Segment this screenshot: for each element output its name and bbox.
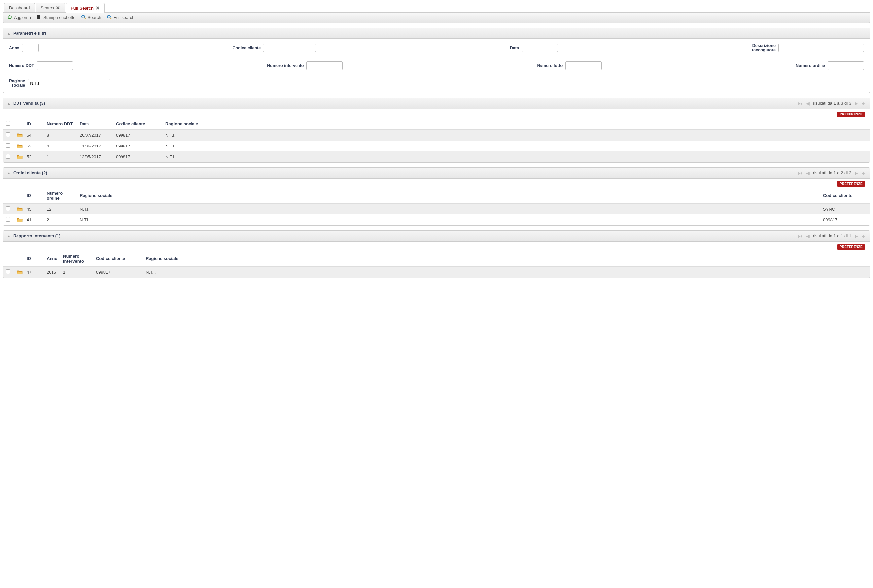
table-row[interactable]: 4512N.T.I.SYNC [3,203,870,214]
col-data[interactable]: Data [77,118,113,130]
ragione-sociale-input[interactable] [28,79,110,87]
row-checkbox[interactable] [6,206,10,211]
tab-full-search[interactable]: Full Search✕ [66,3,105,12]
label: Numero intervento [267,63,304,68]
col-id[interactable]: ID [24,118,44,130]
folder-icon[interactable] [17,207,21,211]
chevron-up-icon: ▲ [7,101,11,105]
table-row[interactable]: 52113/05/2017099817N.T.I. [3,152,870,162]
prev-page-icon[interactable]: ◀ [806,170,810,176]
folder-icon[interactable] [17,154,21,159]
numero-intervento-input[interactable] [307,62,343,70]
cell: 13/05/2017 [77,152,113,162]
last-page-icon[interactable]: ⏭ [861,233,866,238]
folder-icon[interactable] [17,218,21,222]
panel-title[interactable]: ▲DDT Vendita (3) [7,100,45,106]
folder-icon[interactable] [17,144,21,148]
descr-raccoglitore-input[interactable] [778,44,864,52]
folder-icon[interactable] [17,133,21,137]
cell: 2 [44,214,77,225]
codice-cliente-input[interactable] [263,44,316,52]
col-numero-ordine[interactable]: Numero ordine [44,188,77,204]
close-icon[interactable]: ✕ [56,5,60,10]
col-codice-cliente[interactable]: Codice cliente [113,118,163,130]
col-id[interactable]: ID [24,251,44,267]
first-page-icon[interactable]: ⏮ [798,233,803,238]
folder-icon[interactable] [17,270,21,274]
refresh-button[interactable]: Aggiorna [7,15,31,21]
table-row[interactable]: 4720161099817N.T.I. [3,266,870,278]
col-ragione-sociale[interactable]: Ragione sociale [77,188,820,204]
next-page-icon[interactable]: ▶ [855,170,858,176]
field-numero-ddt: Numero DDT [9,62,73,70]
first-page-icon[interactable]: ⏮ [798,100,803,106]
field-codice-cliente: Codice cliente [233,43,316,53]
numero-ordine-input[interactable] [828,62,864,70]
print-labels-button[interactable]: Stampa etichette [36,15,76,21]
rapporto-table: ID Anno Numerointervento Codice cliente … [3,251,870,278]
full-search-button[interactable]: Full search [107,15,135,21]
tab-search[interactable]: Search✕ [36,3,65,12]
col-codice-cliente[interactable]: Codice cliente [93,251,143,267]
last-page-icon[interactable]: ⏭ [861,100,866,106]
select-all-checkbox[interactable] [6,256,10,260]
row-checkbox[interactable] [6,143,10,148]
svg-line-7 [84,18,86,19]
search-button[interactable]: Search [81,15,101,21]
pager-text: risultati da 1 a 1 di 1 [813,233,851,238]
title-text: Ordini cliente (2) [13,170,47,175]
cell: 1 [44,152,77,162]
close-icon[interactable]: ✕ [96,5,100,10]
cell: 099817 [113,141,163,152]
col-codice-cliente[interactable]: Codice cliente [820,188,870,204]
label: Descrizioneraccoglitore [752,43,775,53]
chevron-up-icon: ▲ [7,32,11,35]
row-checkbox[interactable] [6,154,10,159]
numero-lotto-input[interactable] [565,62,602,70]
last-page-icon[interactable]: ⏭ [861,170,866,176]
cell: 099817 [820,214,870,225]
panel-header: ▲Ordini cliente (2) ⏮ ◀ risultati da 1 a… [3,168,870,178]
cell: 2016 [44,266,60,278]
cell: 12 [44,203,77,214]
table-row[interactable]: 412N.T.I.099817 [3,214,870,225]
toolbar-label: Search [88,15,101,20]
row-checkbox[interactable] [6,269,10,274]
select-all-checkbox[interactable] [6,193,10,197]
cell: 11/06/2017 [77,141,113,152]
row-checkbox[interactable] [6,217,10,222]
prev-page-icon[interactable]: ◀ [806,233,810,238]
tab-dashboard[interactable]: Dashboard [4,3,35,12]
preferenze-button[interactable]: PREFERENZE [837,181,865,187]
first-page-icon[interactable]: ⏮ [798,170,803,176]
panel-header: ▲ Parametri e filtri [3,28,870,39]
anno-input[interactable] [22,44,39,52]
panel-title[interactable]: ▲Rapporto intervento (1) [7,233,61,238]
row-checkbox[interactable] [6,132,10,137]
select-all-checkbox[interactable] [6,121,10,126]
col-numero-intervento[interactable]: Numerointervento [60,251,93,267]
panel-title[interactable]: ▲Ordini cliente (2) [7,170,47,175]
col-ragione-sociale[interactable]: Ragione sociale [143,251,870,267]
field-numero-lotto: Numero lotto [537,62,602,70]
preferenze-button[interactable]: PREFERENZE [837,244,865,250]
prev-page-icon[interactable]: ◀ [806,100,810,106]
table-row[interactable]: 53411/06/2017099817N.T.I. [3,141,870,152]
pager: ⏮ ◀ risultati da 1 a 1 di 1 ▶ ⏭ [798,233,866,238]
cell: N.T.I. [143,266,870,278]
next-page-icon[interactable]: ▶ [855,100,858,106]
panel-header: ▲Rapporto intervento (1) ⏮ ◀ risultati d… [3,231,870,242]
data-input[interactable] [522,44,558,52]
table-row[interactable]: 54820/07/2017099817N.T.I. [3,129,870,141]
col-anno[interactable]: Anno [44,251,60,267]
panel-title[interactable]: ▲ Parametri e filtri [7,31,46,36]
col-ragione-sociale[interactable]: Ragione sociale [163,118,870,130]
toolbar-label: Full search [114,15,135,20]
next-page-icon[interactable]: ▶ [855,233,858,238]
numero-ddt-input[interactable] [37,62,73,70]
pager: ⏮ ◀ risultati da 1 a 3 di 3 ▶ ⏭ [798,100,866,106]
col-id[interactable]: ID [24,188,44,204]
col-numero-ddt[interactable]: Numero DDT [44,118,77,130]
preferenze-button[interactable]: PREFERENZE [837,111,865,117]
toolbar-label: Aggiorna [14,15,31,20]
